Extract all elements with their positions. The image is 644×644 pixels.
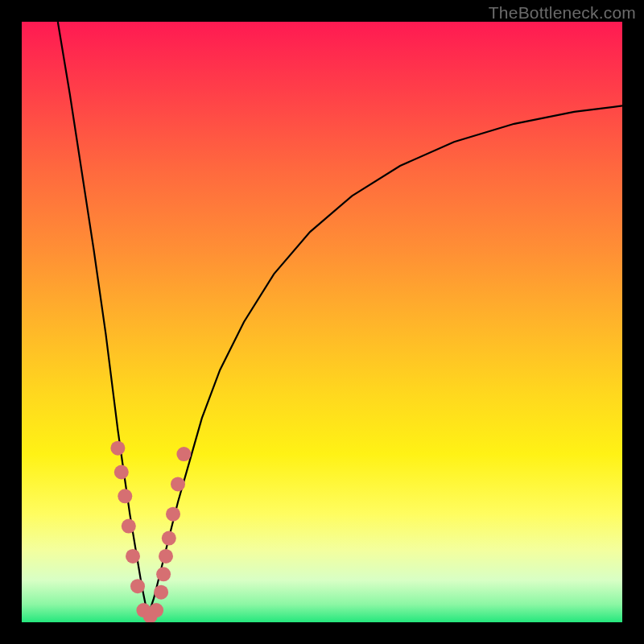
- marker-dot: [166, 507, 180, 522]
- marker-group: [110, 441, 191, 622]
- marker-dot: [110, 441, 125, 456]
- marker-dot: [114, 465, 129, 480]
- chart-frame: TheBottleneck.com: [0, 0, 644, 644]
- marker-dot: [159, 549, 173, 564]
- marker-dot: [176, 447, 191, 461]
- curve-svg: [22, 22, 622, 622]
- marker-dot: [162, 531, 176, 546]
- marker-dot: [118, 489, 132, 503]
- marker-dot: [154, 585, 168, 600]
- curve-right-branch: [148, 105, 622, 616]
- watermark-text: TheBottleneck.com: [489, 3, 636, 23]
- marker-dot: [126, 549, 140, 564]
- plot-area: [22, 22, 622, 622]
- marker-dot: [171, 477, 185, 491]
- marker-dot: [156, 567, 171, 581]
- marker-dot: [122, 519, 136, 534]
- marker-dot: [149, 603, 163, 617]
- marker-dot: [130, 579, 145, 593]
